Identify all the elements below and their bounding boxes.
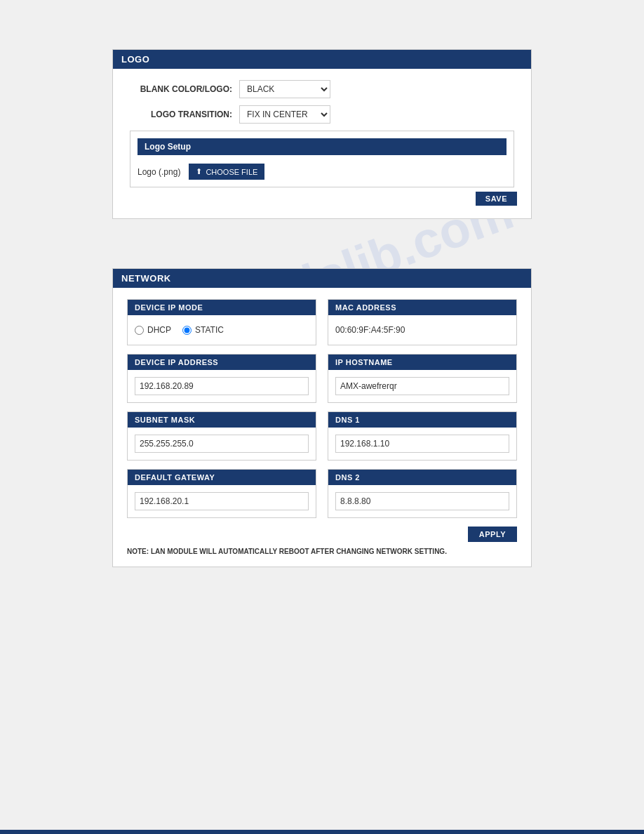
device-ip-address-header: DEVICE IP ADDRESS — [128, 355, 316, 370]
save-row: SAVE — [127, 187, 517, 207]
subnet-mask-input[interactable] — [135, 435, 309, 453]
device-ip-address-box: DEVICE IP ADDRESS — [127, 354, 316, 403]
static-label: STATIC — [195, 325, 224, 335]
default-gateway-input[interactable] — [135, 492, 309, 510]
dns1-header: DNS 1 — [328, 412, 516, 428]
default-gateway-box: DEFAULT GATEWAY — [127, 469, 316, 518]
ip-hostname-input[interactable] — [335, 377, 509, 395]
logo-file-label: Logo (.png) — [137, 167, 180, 177]
save-button[interactable]: SAVE — [476, 192, 517, 206]
dns1-box: DNS 1 — [328, 411, 517, 461]
ip-hostname-box: IP HOSTNAME — [328, 354, 517, 403]
bottom-bar — [0, 830, 644, 834]
dns2-input[interactable] — [335, 492, 509, 510]
ip-mode-row: DHCP STATIC — [135, 322, 309, 338]
network-bottom-grid: DEFAULT GATEWAY DNS 2 — [127, 469, 517, 518]
device-ip-mode-header: DEVICE IP MODE — [128, 300, 316, 315]
mac-address-header: MAC ADDRESS — [328, 300, 516, 315]
dns1-input[interactable] — [335, 435, 509, 453]
subnet-mask-box: SUBNET MASK — [127, 411, 316, 461]
blank-color-row: BLANK COLOR/LOGO: BLACK WHITE BLUE — [127, 80, 517, 98]
network-mid-grid: DEVICE IP ADDRESS IP HOSTNAME — [127, 354, 517, 403]
logo-section-header: LOGO — [113, 50, 531, 69]
choose-file-label: CHOOSE FILE — [206, 168, 257, 176]
logo-transition-select[interactable]: FIX IN CENTER SCROLL FADE — [239, 105, 330, 124]
logo-transition-label: LOGO TRANSITION: — [127, 110, 239, 119]
upload-icon — [196, 167, 202, 176]
network-section: NETWORK DEVICE IP MODE DHCP — [112, 268, 532, 567]
network-top-grid: DEVICE IP MODE DHCP STATIC — [127, 299, 517, 345]
subnet-mask-header: SUBNET MASK — [128, 412, 316, 428]
logo-section: LOGO BLANK COLOR/LOGO: BLACK WHITE BLUE … — [112, 49, 532, 219]
static-radio[interactable] — [182, 326, 192, 335]
blank-color-label: BLANK COLOR/LOGO: — [127, 84, 239, 94]
ip-hostname-header: IP HOSTNAME — [328, 355, 516, 370]
device-ip-mode-box: DEVICE IP MODE DHCP STATIC — [127, 299, 316, 345]
logo-setup-header: Logo Setup — [137, 138, 507, 155]
blank-color-select[interactable]: BLACK WHITE BLUE — [239, 80, 330, 98]
mac-address-box: MAC ADDRESS 00:60:9F:A4:5F:90 — [328, 299, 517, 345]
network-section-header: NETWORK — [113, 269, 531, 288]
default-gateway-header: DEFAULT GATEWAY — [128, 470, 316, 485]
logo-setup-panel: Logo Setup Logo (.png) CHOOSE FILE — [130, 131, 514, 187]
dhcp-radio-label[interactable]: DHCP — [135, 325, 171, 335]
dns2-box: DNS 2 — [328, 469, 517, 518]
choose-file-button[interactable]: CHOOSE FILE — [189, 164, 264, 180]
mac-address-value: 00:60:9F:A4:5F:90 — [335, 322, 509, 338]
logo-file-row: Logo (.png) CHOOSE FILE — [137, 164, 507, 180]
apply-row: APPLY — [127, 527, 517, 542]
network-lower-grid: SUBNET MASK DNS 1 — [127, 411, 517, 461]
dns2-header: DNS 2 — [328, 470, 516, 485]
dhcp-label: DHCP — [147, 325, 171, 335]
dhcp-radio[interactable] — [135, 326, 144, 335]
network-note: NOTE: LAN MODULE WILL AUTOMATICALLY REBO… — [127, 548, 517, 555]
logo-transition-row: LOGO TRANSITION: FIX IN CENTER SCROLL FA… — [127, 105, 517, 124]
device-ip-address-input[interactable] — [135, 377, 309, 395]
static-radio-label[interactable]: STATIC — [182, 325, 224, 335]
apply-button[interactable]: APPLY — [468, 527, 517, 542]
